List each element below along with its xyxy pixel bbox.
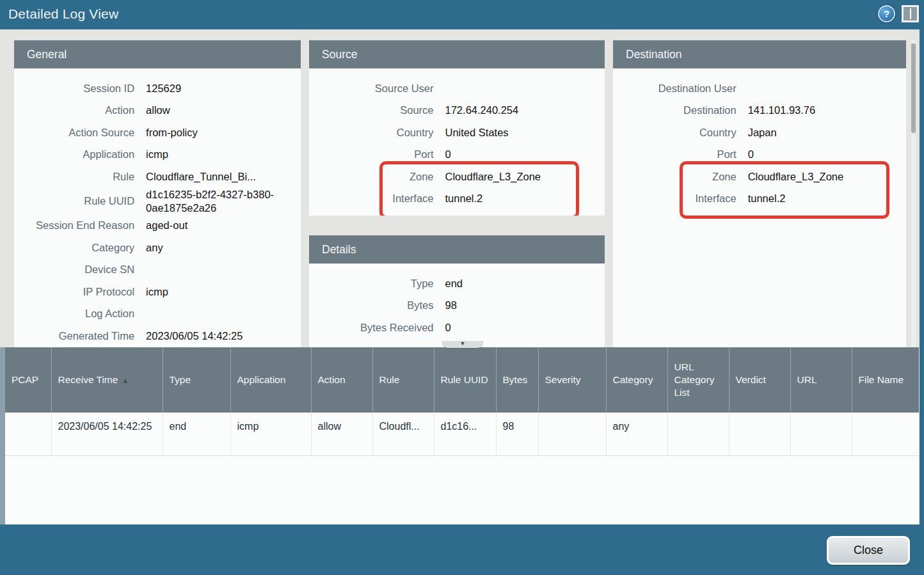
field-label: Country: [613, 126, 748, 139]
field-row-interface: Interfacetunnel.2: [613, 188, 906, 210]
field-value: tunnel.2: [748, 192, 906, 205]
field-row-source-user: Source User: [309, 77, 605, 100]
field-row-session-id: Session ID125629: [14, 77, 301, 100]
log-table-container: PCAPReceive Time▲TypeApplicationActionRu…: [5, 347, 919, 524]
field-label: Destination User: [613, 82, 748, 95]
column-header-action[interactable]: Action: [311, 347, 372, 413]
cell-pcap: [5, 413, 51, 455]
field-value: allow: [146, 104, 301, 117]
log-table: PCAPReceive Time▲TypeApplicationActionRu…: [5, 347, 919, 456]
field-value: Japan: [748, 126, 906, 139]
column-header-url[interactable]: URL: [790, 347, 852, 413]
field-row-source: Source172.64.240.254: [309, 100, 605, 122]
field-label: Source User: [309, 82, 445, 95]
field-label: Generated Time: [14, 329, 146, 343]
column-header-severity[interactable]: Severity: [538, 347, 606, 413]
general-panel: General Session ID125629ActionallowActio…: [14, 40, 301, 347]
field-row-action-source: Action Sourcefrom-policy: [14, 122, 301, 144]
field-value: 0: [445, 148, 605, 161]
field-label: Interface: [613, 192, 748, 205]
column-header-url-category-list[interactable]: URL Category List: [667, 347, 729, 413]
help-icon[interactable]: ?: [878, 5, 895, 22]
field-label: Country: [309, 126, 445, 139]
collapse-panel-handle[interactable]: ▼: [442, 341, 483, 348]
field-value: 2023/06/05 14:42:25: [146, 329, 301, 343]
column-header-rule-uuid[interactable]: Rule UUID: [434, 347, 496, 413]
field-row-destination-user: Destination User: [613, 77, 906, 100]
field-value: 98: [445, 299, 605, 312]
cell-category: any: [606, 413, 667, 455]
log-row[interactable]: 2023/06/05 14:42:25endicmpallowCloudfl..…: [5, 413, 919, 455]
field-value: 141.101.93.76: [748, 104, 906, 117]
close-button[interactable]: Close: [827, 536, 910, 565]
column-header-application[interactable]: Application: [230, 347, 311, 413]
field-row-type: Typeend: [309, 272, 605, 295]
field-row-device-sn: Device SN: [14, 259, 301, 281]
column-header-verdict[interactable]: Verdict: [729, 347, 790, 413]
field-value: United States: [445, 126, 605, 139]
dialog-title: Detailed Log View: [8, 6, 118, 22]
destination-fields: Destination UserDestination141.101.93.76…: [613, 68, 906, 210]
source-panel: Source Source UserSource172.64.240.254Co…: [309, 40, 605, 216]
field-value: d1c16235-b2f2-4327-b380-0ae1875e2a26: [146, 188, 301, 215]
field-label: Rule UUID: [14, 194, 146, 208]
dialog-content: General Session ID125629ActionallowActio…: [0, 29, 920, 524]
field-value: 125629: [146, 82, 301, 95]
field-label: Bytes Received: [309, 321, 445, 335]
field-row-rule-uuid: Rule UUIDd1c16235-b2f2-4327-b380-0ae1875…: [14, 188, 301, 215]
field-row-generated-time: Generated Time2023/06/05 14:42:25: [14, 325, 301, 347]
cell-rule: Cloudfl...: [372, 413, 434, 455]
field-value: tunnel.2: [445, 192, 605, 205]
field-row-port: Port0: [613, 144, 906, 166]
field-row-rule: RuleCloudflare_Tunnel_Bi...: [14, 166, 301, 188]
field-row-destination: Destination141.101.93.76: [613, 100, 906, 122]
field-value: any: [146, 241, 301, 255]
field-row-bytes: Bytes98: [309, 295, 605, 317]
sort-ascending-icon: ▲: [122, 377, 129, 384]
cell-receive-time: 2023/06/05 14:42:25: [51, 413, 163, 455]
field-label: Session ID: [14, 82, 146, 95]
field-row-action: Actionallow: [14, 100, 301, 122]
field-row-category: Categoryany: [14, 237, 301, 259]
column-header-type[interactable]: Type: [163, 347, 230, 413]
field-value: 172.64.240.254: [445, 104, 605, 117]
cell-action: allow: [311, 413, 372, 455]
column-header-file-name[interactable]: File Name: [852, 347, 919, 413]
field-row-ip-protocol: IP Protocolicmp: [14, 281, 301, 303]
panels-scrollbar-thumb[interactable]: [911, 43, 916, 133]
cell-url-category-list: [667, 413, 729, 455]
cell-severity: [538, 413, 606, 455]
field-value: Cloudflare_L3_Zone: [445, 170, 605, 184]
column-header-pcap[interactable]: PCAP: [5, 347, 51, 413]
source-fields: Source UserSource172.64.240.254CountryUn…: [309, 68, 605, 210]
cell-rule-uuid: d1c16...: [434, 413, 496, 455]
field-value: end: [445, 277, 605, 290]
field-row-log-action: Log Action: [14, 303, 301, 326]
field-row-port: Port0: [309, 144, 605, 166]
field-value: from-policy: [146, 126, 301, 139]
field-label: Type: [309, 277, 445, 290]
field-label: Port: [309, 148, 445, 161]
field-value: icmp: [146, 285, 301, 299]
field-label: Session End Reason: [14, 219, 146, 232]
general-fields: Session ID125629ActionallowAction Source…: [14, 68, 301, 347]
field-label: Category: [14, 241, 146, 255]
field-row-application: Applicationicmp: [14, 144, 301, 166]
dialog-titlebar: Detailed Log View ?: [0, 0, 924, 29]
cell-file-name: [852, 413, 919, 455]
field-label: Port: [613, 148, 748, 161]
field-label: Device SN: [14, 263, 146, 276]
field-label: Interface: [309, 192, 445, 205]
column-header-bytes[interactable]: Bytes: [496, 347, 538, 413]
cell-url: [790, 413, 852, 455]
column-header-rule[interactable]: Rule: [372, 347, 434, 413]
field-label: Source: [309, 104, 445, 117]
maximize-icon[interactable]: [902, 5, 919, 22]
column-header-category[interactable]: Category: [606, 347, 667, 413]
field-label: Log Action: [14, 307, 146, 320]
panels-scrollbar[interactable]: [911, 40, 916, 347]
cell-application: icmp: [230, 413, 311, 455]
maximize-icon-glyph: [910, 8, 911, 19]
field-label: Action Source: [14, 126, 146, 139]
column-header-receive-time[interactable]: Receive Time▲: [51, 347, 163, 413]
